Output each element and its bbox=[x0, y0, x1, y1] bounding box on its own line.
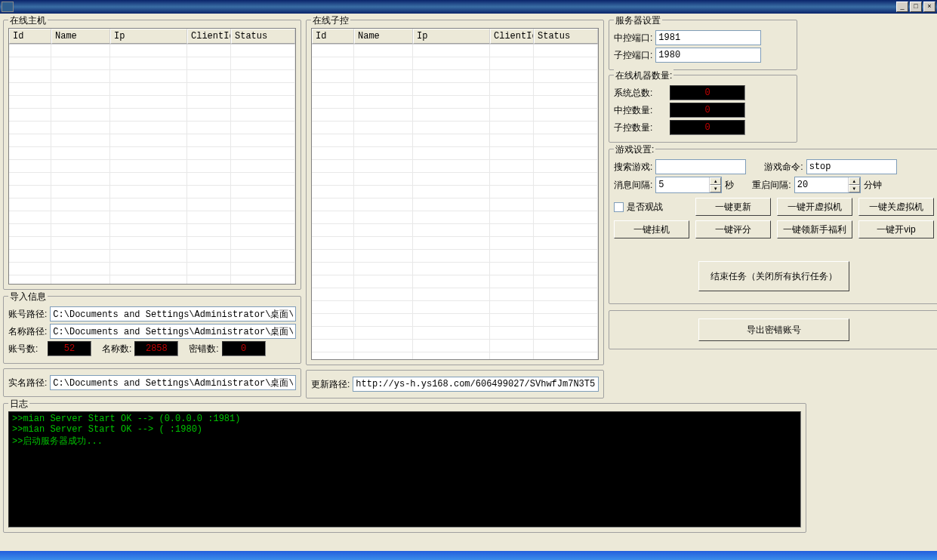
col-status[interactable]: Status bbox=[231, 29, 295, 44]
log-output[interactable]: >>mian Server Start OK --> (0.0.0.0 :198… bbox=[8, 411, 801, 528]
table-row[interactable] bbox=[312, 70, 598, 83]
spinner-up-icon[interactable]: ▲ bbox=[710, 177, 721, 185]
table-row[interactable] bbox=[312, 147, 598, 160]
spectate-checkbox[interactable]: 是否观战 bbox=[614, 201, 663, 214]
table-cell bbox=[534, 288, 598, 301]
table-row[interactable] bbox=[9, 263, 295, 275]
table-row[interactable] bbox=[312, 122, 598, 134]
hosts-table-header: Id Name Ip ClientId Status bbox=[9, 29, 295, 45]
update-path-input[interactable] bbox=[353, 377, 599, 392]
table-row[interactable] bbox=[9, 122, 295, 134]
table-row[interactable] bbox=[9, 250, 295, 263]
col-clientid[interactable]: ClientId bbox=[490, 29, 534, 44]
open-vm-button[interactable]: 一键开虚拟机 bbox=[777, 198, 852, 216]
table-cell bbox=[312, 147, 354, 160]
table-row[interactable] bbox=[312, 160, 598, 173]
table-row[interactable] bbox=[312, 134, 598, 147]
table-row[interactable] bbox=[9, 109, 295, 122]
table-row[interactable] bbox=[312, 109, 598, 122]
table-cell bbox=[187, 83, 231, 96]
col-id[interactable]: Id bbox=[312, 29, 354, 44]
table-row[interactable] bbox=[9, 96, 295, 109]
table-row[interactable] bbox=[9, 83, 295, 96]
table-row[interactable] bbox=[9, 134, 295, 147]
col-ip[interactable]: Ip bbox=[413, 29, 490, 44]
table-row[interactable] bbox=[9, 198, 295, 211]
export-pwd-err-button[interactable]: 导出密错账号 bbox=[698, 318, 849, 341]
table-row[interactable] bbox=[312, 224, 598, 237]
table-row[interactable] bbox=[9, 45, 295, 57]
table-row[interactable] bbox=[312, 352, 598, 360]
table-cell bbox=[413, 186, 490, 198]
col-clientid[interactable]: ClientId bbox=[187, 29, 231, 44]
close-button[interactable]: × bbox=[923, 2, 935, 12]
table-row[interactable] bbox=[9, 211, 295, 224]
center-port-input[interactable] bbox=[655, 30, 761, 45]
table-cell bbox=[110, 250, 187, 263]
table-row[interactable] bbox=[312, 301, 598, 314]
subs-table[interactable]: Id Name Ip ClientId Status bbox=[311, 28, 599, 360]
table-row[interactable] bbox=[312, 340, 598, 352]
update-button[interactable]: 一键更新 bbox=[695, 198, 771, 216]
sub-port-input[interactable] bbox=[655, 48, 761, 63]
table-cell bbox=[312, 288, 354, 301]
spinner-down-icon[interactable]: ▼ bbox=[849, 185, 860, 192]
hosts-table[interactable]: Id Name Ip ClientId Status bbox=[8, 28, 296, 285]
realname-input[interactable] bbox=[50, 375, 296, 390]
restart-interval-spinner[interactable]: ▲▼ bbox=[794, 177, 861, 193]
table-row[interactable] bbox=[312, 263, 598, 275]
table-row[interactable] bbox=[312, 173, 598, 186]
table-row[interactable] bbox=[9, 186, 295, 198]
minimize-button[interactable]: _ bbox=[896, 2, 908, 12]
end-task-button[interactable]: 结束任务（关闭所有执行任务） bbox=[698, 261, 849, 291]
table-cell bbox=[534, 352, 598, 360]
newbie-button[interactable]: 一键领新手福利 bbox=[777, 220, 852, 238]
table-row[interactable] bbox=[312, 45, 598, 57]
table-row[interactable] bbox=[312, 83, 598, 96]
table-row[interactable] bbox=[9, 147, 295, 160]
table-row[interactable] bbox=[312, 57, 598, 70]
col-name[interactable]: Name bbox=[51, 29, 110, 44]
spinner-up-icon[interactable]: ▲ bbox=[849, 177, 860, 185]
table-row[interactable] bbox=[312, 327, 598, 340]
table-row[interactable] bbox=[9, 275, 295, 285]
maximize-button[interactable]: □ bbox=[910, 2, 922, 12]
table-cell bbox=[231, 83, 295, 96]
table-cell bbox=[9, 275, 51, 285]
rate-button[interactable]: 一键评分 bbox=[695, 220, 771, 238]
account-path-input[interactable] bbox=[50, 306, 296, 322]
col-status[interactable]: Status bbox=[534, 29, 598, 44]
table-row[interactable] bbox=[312, 314, 598, 327]
table-row[interactable] bbox=[9, 70, 295, 83]
checkbox-icon[interactable] bbox=[614, 202, 624, 212]
close-vm-button[interactable]: 一键关虚拟机 bbox=[858, 198, 934, 216]
taskbar[interactable] bbox=[0, 551, 937, 560]
col-name[interactable]: Name bbox=[354, 29, 413, 44]
table-row[interactable] bbox=[312, 250, 598, 263]
table-row[interactable] bbox=[9, 173, 295, 186]
msg-interval-spinner[interactable]: ▲▼ bbox=[655, 177, 722, 193]
table-row[interactable] bbox=[312, 186, 598, 198]
col-id[interactable]: Id bbox=[9, 29, 51, 44]
table-row[interactable] bbox=[9, 237, 295, 250]
name-path-input[interactable] bbox=[50, 324, 296, 339]
restart-interval-input[interactable] bbox=[795, 177, 848, 192]
table-row[interactable] bbox=[312, 96, 598, 109]
game-cmd-label: 游戏命令: bbox=[764, 161, 803, 174]
table-row[interactable] bbox=[9, 57, 295, 70]
table-cell bbox=[490, 45, 534, 57]
table-row[interactable] bbox=[312, 211, 598, 224]
game-cmd-input[interactable] bbox=[806, 159, 897, 174]
vip-button[interactable]: 一键开vip bbox=[858, 220, 934, 238]
table-row[interactable] bbox=[9, 160, 295, 173]
table-row[interactable] bbox=[9, 224, 295, 237]
spinner-down-icon[interactable]: ▼ bbox=[710, 185, 721, 192]
table-row[interactable] bbox=[312, 288, 598, 301]
hang-button[interactable]: 一键挂机 bbox=[614, 220, 689, 238]
table-row[interactable] bbox=[312, 198, 598, 211]
table-row[interactable] bbox=[312, 275, 598, 288]
search-game-input[interactable] bbox=[655, 159, 746, 174]
table-row[interactable] bbox=[312, 237, 598, 250]
msg-interval-input[interactable] bbox=[656, 177, 709, 192]
col-ip[interactable]: Ip bbox=[110, 29, 187, 44]
